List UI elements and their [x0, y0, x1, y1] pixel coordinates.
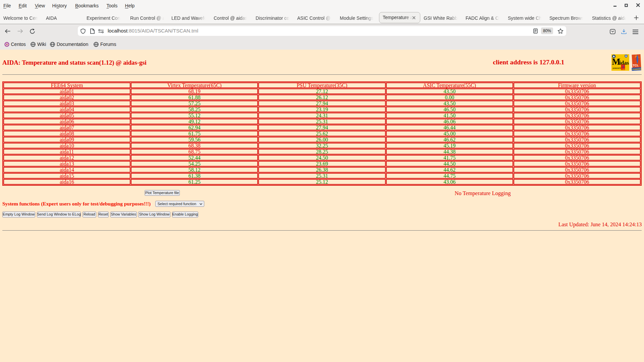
svg-text:POWERED: POWERED	[622, 69, 627, 70]
svg-text:powered by: powered by	[613, 67, 622, 69]
svg-text:TCL: TCL	[633, 64, 639, 67]
